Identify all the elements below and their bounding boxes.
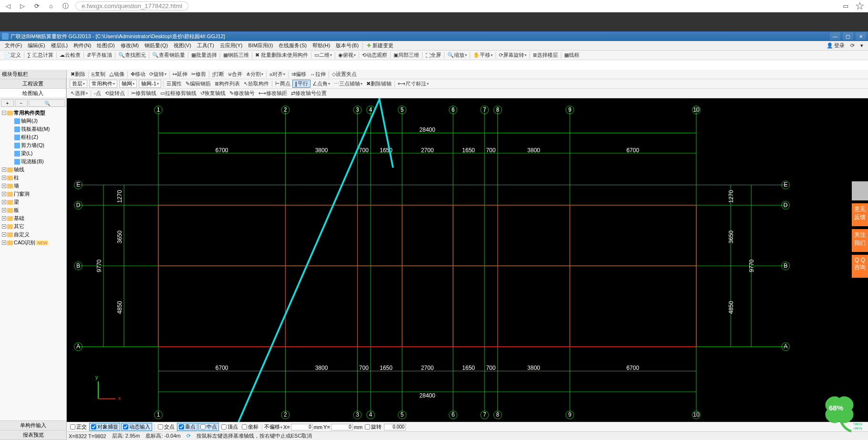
x-input[interactable]: [291, 424, 313, 430]
chk-rotate[interactable]: 旋转: [363, 423, 383, 430]
menu-cloud[interactable]: 云应用(Y): [217, 42, 246, 49]
login-button[interactable]: 👤 登录: [824, 42, 847, 49]
tb-full[interactable]: ⛶ 全屏: [424, 52, 443, 59]
btn-pointangle[interactable]: ∠ 点角: [310, 80, 332, 87]
edit-copy[interactable]: ⎘ 复制: [90, 71, 107, 78]
sel-restore[interactable]: ↺ 恢复轴线: [198, 90, 227, 97]
tb-local3d[interactable]: ▣ 局部三维: [392, 52, 421, 59]
sel-moddist[interactable]: ⟷ 修改轴距: [257, 90, 289, 97]
tree-framecol[interactable]: 框柱(Z): [21, 134, 38, 141]
menu-help[interactable]: 帮助(H): [310, 42, 333, 49]
scroll-top-button[interactable]: [852, 181, 868, 200]
maximize-button[interactable]: ▢: [843, 32, 853, 40]
tb-batchsel[interactable]: ▦ 批量选择: [189, 52, 219, 59]
follow-button[interactable]: 关注我们: [852, 229, 868, 252]
combo-floor[interactable]: 首层: [70, 80, 87, 88]
sel-select[interactable]: ↖ 选择: [69, 90, 90, 97]
menu-file[interactable]: 文件(F): [2, 42, 25, 49]
tree-collapse-button[interactable]: −: [15, 99, 28, 107]
chk-mid[interactable]: 中点: [198, 423, 219, 431]
rot-input[interactable]: [384, 424, 406, 430]
btn-parallel[interactable]: ‖ 平行: [292, 80, 310, 88]
combo-category[interactable]: 常用构件: [89, 80, 117, 88]
menu-modify[interactable]: 修改(M): [118, 42, 142, 49]
tree-folder[interactable]: 基础: [14, 215, 24, 222]
tree-folder[interactable]: 轴线: [14, 166, 24, 173]
sel-modpos[interactable]: ⇄ 修改轴号位置: [289, 90, 329, 97]
tree-folder[interactable]: 墙: [14, 182, 19, 189]
tb-orbit[interactable]: ⟲ 动态观察: [360, 52, 389, 59]
offset-mode[interactable]: 不偏移: [264, 423, 282, 430]
tab-report[interactable]: 报表预览: [0, 430, 66, 440]
down-icon[interactable]: ▾: [858, 42, 866, 49]
tree-axis-grid[interactable]: 轴网(J): [21, 117, 38, 125]
tb-top[interactable]: ◉ 俯视: [336, 52, 358, 59]
edit-stretch[interactable]: ↔ 拉伸: [308, 71, 328, 78]
tree-cad[interactable]: CAD识别: [14, 239, 35, 246]
edit-grip[interactable]: ◇ 设置夹点: [330, 71, 359, 78]
tb-rotate[interactable]: ⟳ 屏幕旋转: [497, 52, 528, 59]
menu-version[interactable]: 版本号(B): [333, 42, 362, 49]
btn-delaux[interactable]: ✖ 删除辅轴: [364, 80, 393, 87]
edit-trim[interactable]: ✂ 修剪: [189, 71, 208, 78]
tree-raft[interactable]: 筏板基础(M): [21, 126, 50, 133]
chk-coord[interactable]: 坐标: [240, 423, 260, 430]
btn-props[interactable]: ☰ 属性: [165, 80, 184, 87]
btn-pick[interactable]: ↖ 拾取构件: [242, 80, 271, 87]
btn-threepoint[interactable]: ⋯ 三点辅轴: [332, 80, 364, 87]
tree-slab[interactable]: 现浇板(B): [21, 158, 44, 165]
chk-intersect[interactable]: 交点: [156, 423, 176, 430]
tree-folder[interactable]: 门窗洞: [14, 190, 30, 198]
close-button[interactable]: ✕: [856, 32, 866, 40]
back-icon[interactable]: ◁: [4, 2, 12, 10]
sel-point[interactable]: ◦ 点: [92, 90, 103, 97]
tab-draw[interactable]: 绘图输入: [0, 89, 66, 98]
edit-merge[interactable]: ⊎ 合并: [226, 71, 244, 78]
sel-rotpoint[interactable]: ⟲ 旋转点: [103, 90, 127, 97]
btn-complist[interactable]: ≣ 构件列表: [213, 80, 242, 87]
tree-folder[interactable]: 板: [14, 207, 19, 214]
feedback-button[interactable]: 意见反馈: [852, 203, 868, 226]
tree-folder[interactable]: 柱: [14, 174, 19, 181]
forward-icon[interactable]: ▷: [18, 2, 27, 10]
chk-ortho[interactable]: 正交: [69, 423, 88, 430]
minimize-button[interactable]: —: [830, 32, 840, 40]
tb-wire[interactable]: ▦ 线框: [562, 52, 581, 59]
chk-osnap[interactable]: 对象捕捉: [89, 423, 120, 431]
tree-root[interactable]: 常用构件类型: [14, 109, 45, 116]
edit-break[interactable]: ¦ 打断: [210, 71, 226, 78]
tree-search-button[interactable]: 🔍: [29, 99, 65, 107]
edit-delete[interactable]: ✖ 删除: [69, 71, 87, 78]
reload-icon[interactable]: ⟳: [32, 2, 41, 10]
tb-cloudcheck[interactable]: ☁ 云检查: [58, 52, 83, 59]
edit-align[interactable]: ≡ 对齐: [268, 71, 287, 78]
btn-dimension[interactable]: ⟷ 尺寸标注: [396, 80, 431, 87]
combo-type[interactable]: 轴网: [119, 80, 137, 88]
tree-folder[interactable]: 梁: [14, 199, 19, 206]
tb-define[interactable]: 📄 定义: [2, 52, 23, 59]
new-change-button[interactable]: ✚ 新建变更: [364, 42, 396, 49]
tree-folder[interactable]: 其它: [14, 223, 24, 230]
tb-zoom[interactable]: 🔍 缩放: [445, 52, 469, 59]
sel-trimaxis[interactable]: ✂ 修剪轴线: [129, 90, 158, 97]
edit-extend[interactable]: ↦ 延伸: [171, 71, 189, 78]
read-icon[interactable]: ▭: [841, 2, 850, 10]
menu-view[interactable]: 视图(V): [171, 42, 194, 49]
tb-find[interactable]: 🔍 查找图元: [116, 52, 148, 59]
tb-deluncomp[interactable]: ✖ 批量删除未使用构件: [253, 52, 310, 59]
menu-online[interactable]: 在线服务(S): [276, 42, 310, 49]
tab-project[interactable]: 工程设置: [0, 79, 66, 88]
btn-twopoint[interactable]: ⊢ 两点: [273, 80, 292, 87]
tree-expand-button[interactable]: +: [1, 99, 14, 107]
tb-rebar3d[interactable]: ▦ 钢筋三维: [221, 52, 251, 59]
tb-flush[interactable]: ⇵ 平齐板顶: [85, 52, 114, 59]
url-bar[interactable]: e.fwxgx.com/question_1778422.html: [75, 1, 188, 10]
edit-mirror[interactable]: ⧋ 镜像: [107, 71, 126, 78]
edit-move[interactable]: ✥ 移动: [129, 71, 147, 78]
tb-pan[interactable]: ✋ 平移: [471, 52, 495, 59]
menu-edit[interactable]: 编辑(E): [25, 42, 48, 49]
qq-button[interactable]: Q Q咨询: [852, 255, 868, 278]
drawing-canvas[interactable]: 12345678910 12345678910 EDBA EDBA 28400 …: [67, 98, 868, 422]
edit-rotate[interactable]: ⟳ 旋转: [147, 71, 168, 78]
tb-2d[interactable]: ▭ 二维: [312, 52, 334, 59]
